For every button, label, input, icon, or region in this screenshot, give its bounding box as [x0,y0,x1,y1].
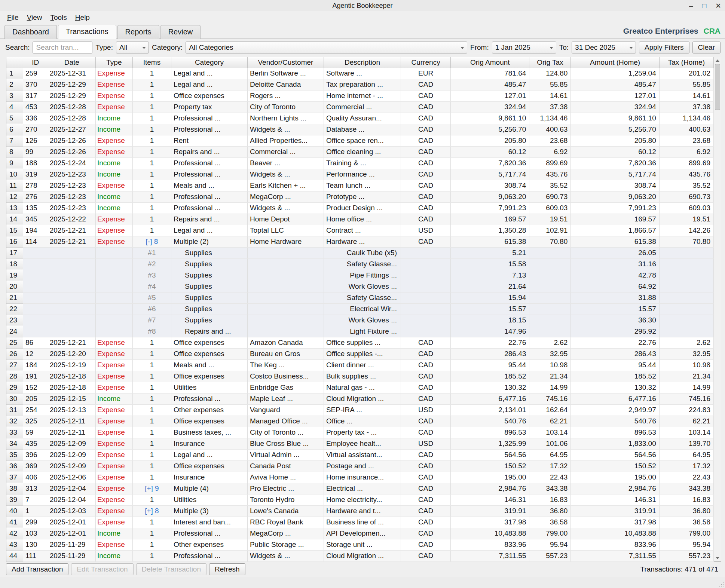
tax-home-cell[interactable]: 35.52 [659,180,713,191]
type-cell[interactable] [95,270,132,281]
tax-home-cell[interactable]: 139.70 [659,438,713,449]
currency-cell[interactable]: CAD [401,79,450,90]
date-cell[interactable] [48,258,95,270]
description-cell[interactable]: Bulk supplies ... [324,371,401,382]
amount-home-cell[interactable]: 7,820.36 [571,157,659,169]
transaction-row[interactable]: 23702025-12-29Expense1Legal and ...Deloi… [6,79,714,90]
amount-home-cell[interactable]: 60.12 [571,146,659,157]
category-cell[interactable]: Legal and ... [171,79,247,90]
items-cell[interactable]: 1 [132,359,171,371]
items-cell[interactable]: 1 [132,494,171,505]
row-number-cell[interactable]: 19 [6,270,23,281]
amount-home-cell[interactable]: 896.53 [571,427,659,438]
amount-home-cell[interactable]: 150.52 [571,460,659,472]
orig-tax-cell[interactable]: 2.62 [529,337,571,348]
type-cell[interactable]: Expense [95,68,132,79]
amount-home-cell[interactable]: 615.38 [571,236,659,247]
date-cell[interactable]: 2025-12-03 [48,505,95,517]
column-header-corner[interactable] [6,57,23,68]
date-cell[interactable] [48,303,95,315]
orig-amount-cell[interactable]: 130.32 [451,382,529,393]
amount-home-cell[interactable]: 127.01 [571,90,659,101]
tax-home-cell[interactable]: 1,134.46 [659,113,713,124]
id-cell[interactable] [23,326,48,337]
items-cell[interactable]: 1 [132,427,171,438]
tax-home-cell[interactable]: 32.95 [659,348,713,359]
category-cell[interactable]: Supplies [171,292,247,303]
vendor-cell[interactable]: Deloitte Canada [247,79,324,90]
amount-home-cell[interactable]: 7,991.23 [571,202,659,214]
date-cell[interactable] [48,292,95,303]
amount-home-cell[interactable]: 7,311.55 [571,550,659,561]
tax-home-cell[interactable]: 435.76 [659,169,713,180]
vendor-cell[interactable]: Widgets & ... [247,202,324,214]
amount-home-cell[interactable]: 95.44 [571,359,659,371]
id-cell[interactable] [23,303,48,315]
type-cell[interactable]: Expense [95,146,132,157]
description-cell[interactable]: Postage and ... [324,460,401,472]
column-header-description[interactable]: Description [324,57,401,68]
description-cell[interactable]: Home internet - ... [324,90,401,101]
vendor-cell[interactable] [247,258,324,270]
row-number-cell[interactable]: 16 [6,236,23,247]
delete-transaction-button[interactable]: Delete Transaction [136,563,207,575]
id-cell[interactable]: 1 [23,505,48,517]
amount-home-cell[interactable]: 31.88 [571,292,659,303]
currency-cell[interactable] [401,303,450,315]
currency-cell[interactable]: CAD [401,393,450,404]
expand-collapse-link-cell[interactable]: [-] 8 [132,236,171,247]
tax-home-cell[interactable]: 14.61 [659,90,713,101]
currency-cell[interactable]: CAD [401,427,450,438]
tax-home-cell[interactable]: 745.16 [659,393,713,404]
tax-home-cell[interactable]: 142.26 [659,225,713,236]
items-cell[interactable]: 1 [132,180,171,191]
type-cell[interactable]: Expense [95,180,132,191]
orig-tax-cell[interactable]: 899.69 [529,157,571,169]
category-cell[interactable]: Other expenses [171,539,247,550]
orig-amount-cell[interactable]: 286.43 [451,348,529,359]
orig-tax-cell[interactable]: 124.80 [529,68,571,79]
category-cell[interactable]: Insurance [171,438,247,449]
currency-cell[interactable]: CAD [401,460,450,472]
category-cell[interactable]: Supplies [171,315,247,326]
orig-amount-cell[interactable]: 7,820.36 [451,157,529,169]
orig-tax-cell[interactable]: 62.21 [529,416,571,427]
items-cell[interactable]: #8 [132,326,171,337]
orig-amount-cell[interactable]: 308.74 [451,180,529,191]
date-cell[interactable]: 2025-12-18 [48,382,95,393]
vendor-cell[interactable]: Pro Electric ... [247,483,324,494]
description-cell[interactable]: Tax preparation ... [324,79,401,90]
date-cell[interactable]: 2025-12-11 [48,416,95,427]
date-cell[interactable]: 2025-12-23 [48,169,95,180]
tab-review[interactable]: Review [160,25,201,39]
orig-tax-cell[interactable]: 36.80 [529,505,571,517]
row-number-cell[interactable]: 22 [6,303,23,315]
row-number-cell[interactable]: 27 [6,359,23,371]
date-cell[interactable]: 2025-12-15 [48,393,95,404]
transaction-row[interactable]: 161142025-12-21Expense[-] 8Multiple (2)H… [6,236,714,247]
orig-tax-cell[interactable]: 37.38 [529,101,571,113]
description-cell[interactable]: Electrical Wir... [324,303,401,315]
tax-home-cell[interactable]: 23.68 [659,135,713,146]
type-cell[interactable]: Expense [95,79,132,90]
type-cell[interactable]: Income [95,528,132,539]
currency-cell[interactable]: USD [401,404,450,416]
date-cell[interactable]: 2025-12-20 [48,348,95,359]
id-cell[interactable]: 254 [23,404,48,416]
vendor-cell[interactable]: RBC Royal Bank [247,517,324,528]
column-header-date[interactable]: Date [48,57,95,68]
orig-tax-cell[interactable]: 35.52 [529,180,571,191]
row-number-cell[interactable]: 32 [6,416,23,427]
category-cell[interactable]: Legal and ... [171,449,247,460]
type-cell[interactable]: Expense [95,225,132,236]
vendor-cell[interactable] [247,281,324,292]
vendor-cell[interactable]: Aviva Home ... [247,472,324,483]
description-cell[interactable]: SEP-IRA ... [324,404,401,416]
id-cell[interactable]: 130 [23,539,48,550]
id-cell[interactable] [23,258,48,270]
items-cell[interactable]: 1 [132,348,171,359]
row-number-cell[interactable]: 18 [6,258,23,270]
description-cell[interactable]: Product Design ... [324,202,401,214]
vendor-cell[interactable] [247,270,324,281]
orig-tax-cell[interactable]: 55.85 [529,79,571,90]
